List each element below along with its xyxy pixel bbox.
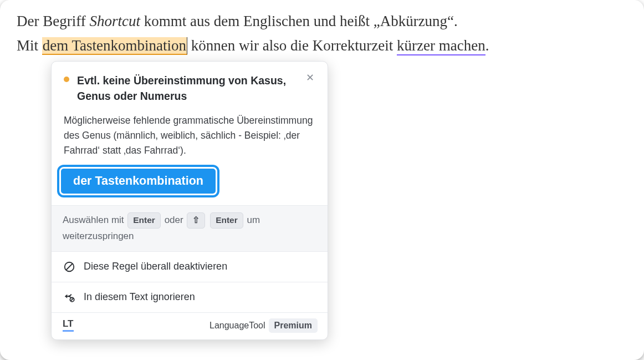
action-label: In diesem Text ignorieren <box>84 291 195 303</box>
text-segment: können wir also die Korrekturzeit <box>187 37 397 54</box>
text-segment: Der Begriff <box>17 13 89 29</box>
languagetool-logo-icon[interactable]: LT <box>63 319 74 332</box>
hint-text: Auswählen mit <box>63 215 126 225</box>
popover-header: Evtl. keine Übereinstimmung von Kasus, G… <box>52 62 328 110</box>
premium-badge[interactable]: Premium <box>269 318 318 333</box>
suggestion-area: der Tastenkombination <box>52 166 328 205</box>
shift-key-icon: ⇧ <box>187 212 205 229</box>
text-italic: Shortcut <box>89 13 140 29</box>
brand-label: LanguageTool <box>209 321 265 331</box>
ignore-icon <box>63 291 76 304</box>
deactivate-rule-button[interactable]: Diese Regel überall deaktivieren <box>52 252 328 282</box>
editor-text[interactable]: Der Begriff Shortcut kommt aus dem Engli… <box>17 9 627 58</box>
text-segment: Mit <box>17 37 42 54</box>
popover-footer: LT LanguageTool Premium <box>52 313 328 339</box>
svg-line-1 <box>67 263 73 270</box>
style-hint-highlight[interactable]: kürzer machen <box>397 37 485 55</box>
apply-suggestion-button[interactable]: der Tastenkombination <box>59 167 217 195</box>
popover-title: Evtl. keine Übereinstimmung von Kasus, G… <box>77 73 304 104</box>
text-segment: kommt aus dem Englischen und heißt „Abkü… <box>140 13 458 29</box>
close-icon[interactable]: ✕ <box>304 73 315 84</box>
correction-popover: Evtl. keine Übereinstimmung von Kasus, G… <box>51 61 328 340</box>
editor-card: Der Begriff Shortcut kommt aus dem Engli… <box>0 0 644 360</box>
enter-key-icon: Enter <box>210 212 243 229</box>
grammar-error-highlight[interactable]: dem Tastenkombination <box>42 37 187 55</box>
severity-dot-icon <box>64 77 69 82</box>
hint-text: oder <box>165 215 186 225</box>
enter-key-icon: Enter <box>127 212 161 229</box>
keyboard-hint: Auswählen mit Enter oder ⇧ Enter um weit… <box>52 205 328 252</box>
disable-icon <box>63 260 76 273</box>
svg-line-3 <box>71 298 74 301</box>
popover-description: Möglicherweise fehlende grammatische Übe… <box>52 110 328 166</box>
action-label: Diese Regel überall deaktivieren <box>84 261 227 272</box>
ignore-in-text-button[interactable]: In diesem Text ignorieren <box>52 282 328 313</box>
text-segment: . <box>485 37 489 54</box>
